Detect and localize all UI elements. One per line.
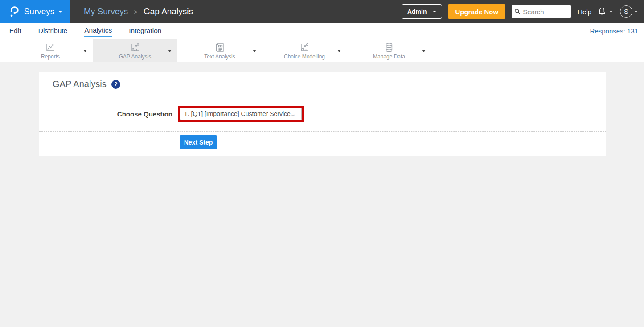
toolbar-tab-label: GAP Analysis bbox=[119, 54, 151, 60]
search-box bbox=[512, 5, 571, 18]
upgrade-now-button[interactable]: Upgrade Now bbox=[448, 4, 505, 19]
bell-icon bbox=[597, 7, 607, 17]
toolbar-tab-reports[interactable]: Reports bbox=[8, 39, 93, 62]
product-switcher[interactable]: Surveys bbox=[0, 0, 70, 23]
question-select[interactable]: 1. [Q1] [Importance] Customer Service ⌄ bbox=[180, 108, 302, 120]
toolbar-tab-label: Choice Modelling bbox=[284, 54, 325, 60]
survey-nav: Edit Distribute Analytics Integration Re… bbox=[0, 23, 644, 39]
next-step-button[interactable]: Next Step bbox=[180, 135, 217, 149]
chevron-down-icon bbox=[337, 50, 341, 52]
scatter-chart-icon bbox=[130, 42, 140, 53]
gap-analysis-card: GAP Analysis ? Choose Question 1. [Q1] [… bbox=[39, 72, 606, 156]
toolbar-tab-text-analysis[interactable]: Text Analysis bbox=[177, 39, 262, 62]
topbar: Surveys My Surveys > Gap Analysis Admin … bbox=[0, 0, 644, 23]
chevron-down-icon bbox=[58, 11, 62, 13]
chevron-down-icon: ⌄ bbox=[289, 111, 297, 117]
card-header: GAP Analysis ? bbox=[39, 72, 606, 96]
choose-question-label: Choose Question bbox=[39, 110, 172, 118]
nav-item-integration[interactable]: Integration bbox=[128, 26, 162, 36]
chevron-down-icon bbox=[168, 50, 172, 52]
admin-label: Admin bbox=[407, 8, 427, 15]
responses-count: Responses: 131 bbox=[590, 27, 638, 35]
admin-dropdown[interactable]: Admin bbox=[402, 4, 443, 19]
chevron-down-icon bbox=[83, 50, 87, 52]
chevron-down-icon bbox=[422, 50, 426, 52]
topbar-actions: Admin Upgrade Now Help S bbox=[402, 4, 644, 19]
nav-item-analytics[interactable]: Analytics bbox=[84, 25, 112, 37]
breadcrumb-separator: > bbox=[134, 8, 138, 16]
breadcrumb: My Surveys > Gap Analysis bbox=[84, 7, 193, 17]
highlight-box: 1. [Q1] [Importance] Customer Service ⌄ bbox=[178, 106, 304, 122]
account-menu[interactable]: S bbox=[620, 5, 638, 18]
question-select-value: 1. [Q1] [Importance] Customer Service bbox=[184, 110, 291, 117]
line-chart-icon bbox=[45, 42, 56, 53]
document-icon bbox=[215, 42, 225, 53]
toolbar-tab-manage-data[interactable]: Manage Data bbox=[347, 39, 431, 62]
toolbar-tab-label: Manage Data bbox=[373, 54, 405, 60]
avatar: S bbox=[620, 5, 632, 18]
toolbar-tab-gap-analysis[interactable]: GAP Analysis bbox=[93, 39, 177, 62]
chevron-down-icon bbox=[433, 11, 436, 12]
choose-question-row: Choose Question 1. [Q1] [Importance] Cus… bbox=[39, 96, 606, 131]
nav-item-edit[interactable]: Edit bbox=[9, 26, 22, 36]
product-label: Surveys bbox=[24, 7, 55, 17]
breadcrumb-my-surveys[interactable]: My Surveys bbox=[84, 7, 128, 17]
toolbar-tab-label: Text Analysis bbox=[204, 54, 235, 60]
help-link[interactable]: Help bbox=[578, 8, 591, 16]
search-icon bbox=[514, 8, 521, 15]
analytics-toolbar: Reports GAP Analysis bbox=[0, 39, 644, 62]
page-title: GAP Analysis bbox=[53, 79, 107, 89]
breadcrumb-current: Gap Analysis bbox=[144, 7, 193, 17]
chevron-down-icon bbox=[609, 11, 613, 12]
page-content: GAP Analysis ? Choose Question 1. [Q1] [… bbox=[0, 72, 644, 327]
help-question-icon[interactable]: ? bbox=[111, 80, 120, 89]
brand-logo-icon bbox=[8, 5, 20, 18]
toolbar-tab-label: Reports bbox=[41, 54, 60, 60]
notifications-menu[interactable] bbox=[597, 7, 613, 17]
nav-item-distribute[interactable]: Distribute bbox=[38, 26, 68, 36]
chevron-down-icon bbox=[253, 50, 256, 52]
database-icon bbox=[384, 42, 394, 53]
chevron-down-icon bbox=[634, 11, 638, 12]
toolbar-tab-choice-modelling[interactable]: Choice Modelling bbox=[262, 39, 347, 62]
scatter-chart-icon bbox=[299, 42, 310, 53]
card-footer: Next Step bbox=[39, 131, 606, 156]
search-input[interactable] bbox=[523, 8, 568, 16]
